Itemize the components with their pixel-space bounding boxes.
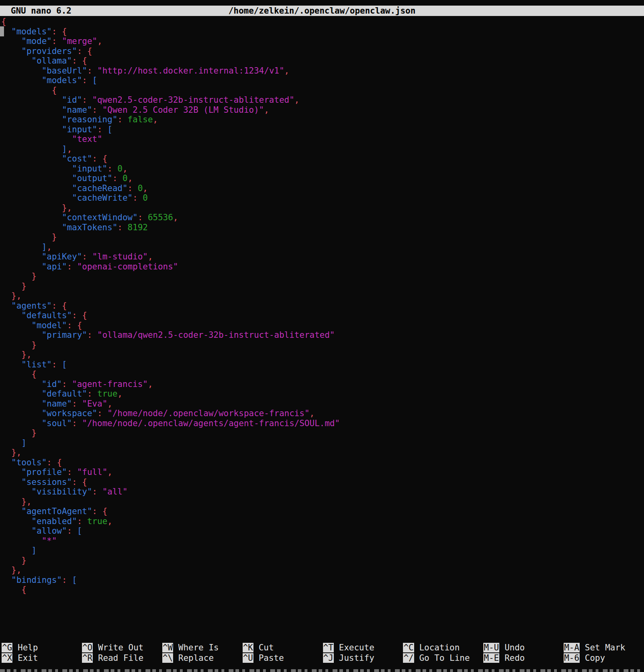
code-line: "profile": "full", <box>1 467 644 477</box>
code-line: }, <box>1 565 644 575</box>
code-line: "sessions": { <box>1 477 644 487</box>
code-line: }, <box>1 497 644 507</box>
shortcut-label: Undo <box>504 643 525 652</box>
code-line: "text" <box>1 134 644 144</box>
text-cursor <box>0 26 4 36</box>
code-line: "enabled": true, <box>1 516 644 526</box>
code-line: } <box>1 340 644 350</box>
shortcut-label: Help <box>18 643 38 652</box>
shortcut-copy: M-6Copy <box>564 653 644 663</box>
shortcut-replace: ^\Replace <box>162 653 243 663</box>
shortcut-label: Set Mark <box>585 643 625 652</box>
shortcut-label: Execute <box>339 643 375 652</box>
shortcut-label: Redo <box>504 653 525 663</box>
code-line: "models": [ <box>1 76 644 86</box>
shortcut-read-file: ^RRead File <box>82 653 162 663</box>
code-line: "api": "openai-completions" <box>1 262 644 272</box>
code-line: "name": "Eva", <box>1 399 644 409</box>
shortcut-execute: ^TExecute <box>323 642 403 653</box>
code-line: }, <box>1 350 644 360</box>
code-line: } <box>1 281 644 291</box>
shortcut-key: ^W <box>162 643 173 652</box>
shortcut-key: ^C <box>403 643 414 652</box>
code-line: "default": true, <box>1 389 644 399</box>
code-line: }, <box>1 203 644 213</box>
code-line: "name": "Qwen 2.5 Coder 32B (LM Studio)"… <box>1 105 644 115</box>
code-line: "models": { <box>1 27 644 37</box>
shortcut-key: ^K <box>243 643 253 652</box>
code-line: ] <box>1 546 644 556</box>
code-line: { <box>1 369 644 379</box>
code-line: ], <box>1 242 644 252</box>
code-line: ] <box>1 438 644 448</box>
shortcut-go-to-line: ^/Go To Line <box>403 653 483 663</box>
code-line: }, <box>1 291 644 301</box>
shortcut-key: ^\ <box>162 653 173 663</box>
shortcut-key: M-U <box>483 643 499 652</box>
shortcut-key: M-E <box>483 653 499 663</box>
title-bar: GNU nano 6.2 /home/zelkein/.openclaw/ope… <box>0 6 644 16</box>
shortcut-paste: ^UPaste <box>243 653 323 663</box>
code-line: { <box>1 86 644 96</box>
shortcut-justify: ^JJustify <box>323 653 403 663</box>
code-line: "soul": "/home/node/.openclaw/agents/age… <box>1 419 644 429</box>
code-line: "model": { <box>1 321 644 331</box>
shortcut-write-out: ^OWrite Out <box>82 642 162 653</box>
code-line: "workspace": "/home/node/.openclaw/works… <box>1 409 644 419</box>
code-line: { <box>1 585 644 595</box>
code-line: "visibility": "all" <box>1 487 644 497</box>
code-line: "baseUrl": "http://host.docker.internal:… <box>1 66 644 76</box>
clipped-bottom-line <box>0 669 644 672</box>
code-line: "id": "qwen2.5-coder-32b-instruct-ablite… <box>1 95 644 105</box>
code-line: } <box>1 556 644 566</box>
shortcut-key: ^J <box>323 653 334 663</box>
shortcut-label: Replace <box>178 653 214 663</box>
code-line: } <box>1 232 644 242</box>
shortcut-redo: M-ERedo <box>483 653 564 663</box>
code-line: "input": 0, <box>1 164 644 174</box>
editor-content[interactable]: { "models": { "mode": "merge", "provider… <box>1 17 644 595</box>
shortcut-label: Exit <box>18 653 38 663</box>
code-line: "cacheRead": 0, <box>1 183 644 193</box>
terminal-screen[interactable]: GNU nano 6.2 /home/zelkein/.openclaw/ope… <box>0 0 644 672</box>
code-line: "bindings": [ <box>1 575 644 585</box>
shortcut-cut: ^KCut <box>243 642 323 653</box>
code-line: "contextWindow": 65536, <box>1 213 644 223</box>
code-line: } <box>1 271 644 281</box>
shortcut-key: M-A <box>564 643 580 652</box>
shortcut-location: ^CLocation <box>403 642 483 653</box>
shortcut-label: Justify <box>339 653 375 663</box>
code-line: } <box>1 428 644 438</box>
code-line: "input": [ <box>1 125 644 135</box>
code-line: ], <box>1 144 644 154</box>
shortcut-undo: M-UUndo <box>483 642 564 653</box>
code-line: "cost": { <box>1 154 644 164</box>
code-line: "mode": "merge", <box>1 36 644 46</box>
shortcut-label: Write Out <box>98 643 144 652</box>
shortcut-key: ^T <box>323 643 334 652</box>
shortcut-label: Copy <box>585 653 605 663</box>
file-path: /home/zelkein/.openclaw/openclaw.json <box>0 6 644 16</box>
shortcut-label: Location <box>419 643 460 652</box>
shortcut-bar: ^GHelp^OWrite Out^WWhere Is^KCut^TExecut… <box>2 642 644 664</box>
code-line: "cacheWrite": 0 <box>1 193 644 203</box>
shortcut-where-is: ^WWhere Is <box>162 642 243 653</box>
code-line: "list": [ <box>1 360 644 370</box>
shortcut-key: ^U <box>243 653 253 663</box>
code-line: "tools": { <box>1 458 644 468</box>
shortcut-label: Paste <box>259 653 284 663</box>
shortcut-label: Where Is <box>178 643 219 652</box>
shortcut-key: ^X <box>2 653 12 663</box>
code-line: { <box>1 17 644 27</box>
code-line: "providers": { <box>1 46 644 56</box>
code-line: "agents": { <box>1 301 644 311</box>
shortcut-key: ^O <box>82 643 93 652</box>
code-line: "apiKey": "lm-studio", <box>1 252 644 262</box>
shortcut-label: Cut <box>259 643 274 652</box>
code-line: "*" <box>1 536 644 546</box>
code-line: "id": "agent-francis", <box>1 379 644 389</box>
shortcut-label: Go To Line <box>419 653 470 663</box>
shortcut-set-mark: M-ASet Mark <box>564 642 644 653</box>
shortcut-key: ^R <box>82 653 93 663</box>
code-line: "ollama": { <box>1 56 644 66</box>
